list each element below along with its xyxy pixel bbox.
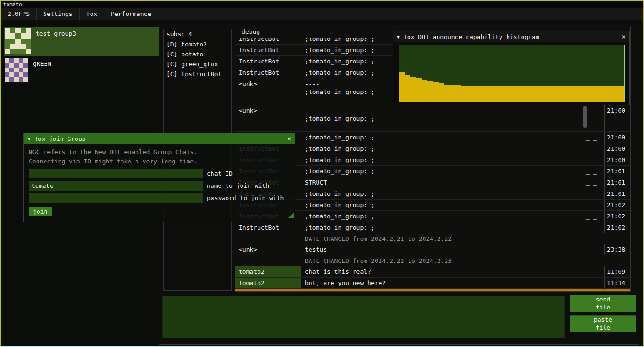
date-separator-row[interactable]: DATE CHANGED from 2024.2.22 to 2024.2.23 — [235, 255, 630, 266]
histogram-bar — [433, 82, 439, 102]
histogram-bar — [619, 86, 624, 102]
join-window-body: NGC refers to the New DHT enabled Group … — [24, 144, 295, 219]
message-flags: d — [583, 289, 604, 291]
histogram-bar — [500, 86, 506, 102]
histogram-bar — [551, 86, 557, 102]
message-time: 23:38 — [604, 244, 630, 255]
chat-row[interactable]: InstructBotNo, I've been in this group f… — [235, 288, 630, 291]
message-time: 21:02 — [604, 222, 630, 233]
join-group-window: ▼ Tox join Group × NGC refers to the New… — [23, 133, 295, 222]
message-sender: InstructBot — [235, 45, 301, 55]
member-item[interactable]: [C] InstructBot — [164, 69, 231, 79]
member-list: [D] tomato2[C] potato[C] green_qtox[C] I… — [164, 39, 231, 79]
group-item-test_group3[interactable]: test_group3 — [4, 27, 159, 56]
message-time: 21:00 — [604, 154, 630, 165]
chat-row[interactable]: tomato2bot, are you new here?_ _11:14 — [235, 277, 630, 288]
chat-id-input[interactable] — [29, 169, 203, 178]
message-time: 21:01 — [604, 166, 630, 177]
histogram-bar — [568, 86, 574, 102]
histogram-bar — [534, 86, 540, 102]
histogram-bar — [557, 86, 562, 102]
resize-grip-icon[interactable] — [288, 212, 294, 218]
histogram-bar — [416, 78, 422, 102]
message-sender: <unk> — [235, 244, 301, 255]
join-name-input[interactable] — [29, 181, 203, 191]
join-info-line: Connecting via ID might take a very long… — [29, 157, 290, 166]
histogram-bar — [427, 81, 433, 102]
histogram-bar — [591, 86, 596, 102]
close-icon[interactable]: × — [622, 33, 626, 40]
chat-row[interactable]: <unk>testus_ _23:38 — [235, 244, 630, 255]
close-icon[interactable]: × — [288, 135, 291, 142]
message-text: bot, are you new here? — [301, 278, 583, 288]
histogram-bar — [444, 85, 450, 102]
message-time: 21:02 — [604, 200, 630, 210]
group-item-gREEN[interactable]: gREEN — [4, 57, 159, 86]
message-text: ----;tomato_in_group: ;---- — [301, 105, 583, 131]
message-sender — [235, 255, 301, 266]
join-button[interactable]: join — [29, 207, 52, 216]
message-flags: _ _ — [583, 177, 604, 188]
message-text: STRUCT — [301, 177, 583, 188]
fps-indicator: 2.0FPS — [1, 8, 37, 20]
message-sender: tomato2 — [235, 266, 301, 277]
histogram-bar — [546, 86, 551, 102]
collapse-icon[interactable]: ▼ — [397, 34, 400, 39]
member-item[interactable]: [C] green_qtox — [164, 59, 231, 69]
histogram-bar — [512, 86, 517, 102]
message-flags: _ _ — [583, 154, 604, 165]
histogram-bar — [506, 86, 512, 102]
message-flags: _ _ — [583, 143, 604, 154]
histogram-bar — [399, 72, 405, 102]
group-name: gREEN — [33, 60, 51, 85]
histogram-plot — [399, 45, 625, 102]
histogram-bar — [467, 86, 472, 102]
join-window-titlebar[interactable]: ▼ Tox join Group × — [24, 133, 295, 144]
date-text: DATE CHANGED from 2024.2.22 to 2024.2.23 — [301, 255, 583, 266]
menu-item-settings[interactable]: Settings — [37, 8, 80, 20]
message-sender: <unk> — [235, 78, 301, 105]
message-text: chat is this real? — [301, 266, 583, 277]
message-text: testus — [301, 244, 583, 255]
message-text: ;tomato_in_group: ; — [301, 143, 583, 154]
field-row: password to join with — [29, 193, 290, 203]
message-flags: _ _ — [583, 166, 604, 177]
menu-item-performance[interactable]: Performance — [104, 8, 158, 20]
histogram-bar — [579, 86, 585, 102]
histogram-bar — [607, 86, 613, 102]
message-sender: <unk> — [235, 105, 301, 131]
message-input[interactable] — [162, 296, 565, 338]
message-time: 21:01 — [604, 177, 630, 188]
chat-scrollbar[interactable] — [583, 106, 587, 128]
chat-row[interactable]: tomato2chat is this real?_ _11:09 — [235, 266, 630, 277]
message-flags: _ _ — [583, 244, 604, 255]
send-file-button[interactable]: send file — [570, 295, 636, 312]
histogram-bar — [461, 86, 467, 102]
chat-row[interactable]: <unk>----;tomato_in_group: ;----_ _21:00 — [235, 105, 630, 131]
message-sender: InstructBot — [235, 56, 301, 67]
member-item[interactable]: [C] potato — [164, 49, 231, 59]
group-avatar — [5, 58, 28, 82]
message-time — [604, 233, 630, 244]
app-window: tomato 2.0FPS SettingsToxPerformance tes… — [0, 0, 644, 347]
histogram-bar — [529, 86, 534, 102]
histogram-bar — [574, 86, 579, 102]
member-item[interactable]: [D] tomato2 — [164, 39, 231, 49]
join-password-input[interactable] — [29, 193, 203, 203]
date-separator-row[interactable]: DATE CHANGED from 2024.2.21 to 2024.2.22 — [235, 233, 630, 244]
histogram-window-titlebar[interactable]: ▼ Tox DHT announce capability histogram … — [393, 31, 629, 42]
paste-file-button[interactable]: paste file — [570, 315, 636, 332]
histogram-bar — [472, 86, 478, 102]
histogram-bar — [523, 86, 529, 102]
message-text: ;tomato_in_group: ; — [301, 154, 583, 165]
menu-item-tox[interactable]: Tox — [80, 8, 104, 20]
message-text: ;tomato_in_group: ; — [301, 222, 583, 233]
group-list: test_group3gREEN — [4, 27, 159, 86]
message-flags: _ _ — [583, 278, 604, 288]
message-text: ;tomato_in_group: ; — [301, 166, 583, 177]
field-label: password to join with — [207, 194, 284, 201]
chat-row[interactable]: InstructBot;tomato_in_group: ;_ _21:02 — [235, 222, 630, 233]
collapse-icon[interactable]: ▼ — [28, 136, 30, 141]
histogram-bar — [562, 86, 568, 102]
field-row: name to join with — [29, 181, 290, 191]
